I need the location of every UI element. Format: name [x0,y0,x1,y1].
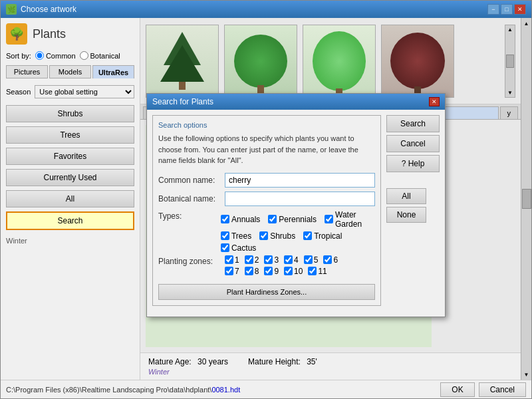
path-prefix: C:\Program Files (x86)\Realtime Landscap… [6,386,211,394]
thumb-scrollbar[interactable]: ▲ ▼ [505,25,515,98]
help-button[interactable]: ? Help [386,155,440,172]
zone-11[interactable]: 11 [308,267,327,276]
zone-8[interactable]: 8 [245,267,259,276]
dialog-cancel-button[interactable]: Cancel [386,135,440,152]
zone-7[interactable]: 7 [225,267,239,276]
cb-tropical[interactable]: Tropical [303,231,342,241]
zone-6[interactable]: 6 [323,255,338,265]
sort-botanical-radio[interactable] [80,51,88,60]
season-display: Winter [148,368,513,376]
sort-common-label[interactable]: Common [35,51,76,60]
cb-trees-label: Trees [231,231,251,241]
scroll-up-main[interactable]: ▲ [521,18,531,29]
search-dialog: Search for Plants ✕ Search options Use t… [146,93,446,317]
sidebar-btn-trees[interactable]: Trees [6,126,134,144]
sidebar-btn-all[interactable]: All [6,190,134,207]
sidebar-title: Plants [33,27,66,41]
sidebar-btn-search[interactable]: Search [6,211,134,230]
cb-shrubs-label: Shrubs [270,231,295,241]
dialog-main: Search options Use the following options… [152,115,381,311]
sort-label: Sort by: [6,52,31,60]
season-select[interactable]: Use global setting [35,85,134,98]
cb-water-garden-label: Water Garden [335,210,375,229]
common-name-label: Common name: [158,176,225,185]
scroll-down-arrow: ▼ [507,90,513,96]
cb-water-garden[interactable]: Water Garden [325,210,375,229]
cb-water-garden-input[interactable] [325,215,333,223]
sidebar-btn-favorites[interactable]: Favorites [6,148,134,165]
sidebar-btn-currently-used[interactable]: Currently Used [6,169,134,186]
main-scrollbar[interactable]: ▲ ▼ [521,18,531,380]
cb-cactus-input[interactable] [221,243,229,252]
cu-label: Winter [6,237,134,245]
plant-hardiness-button[interactable]: Plant Hardiness Zones... [158,284,375,300]
common-name-input[interactable] [225,173,375,188]
zone-2[interactable]: 2 [245,255,259,265]
dialog-close-button[interactable]: ✕ [429,97,440,106]
tab-pictures[interactable]: Pictures [6,65,48,78]
sort-botanical-text: Botanical [90,52,120,60]
scroll-up-arrow: ▲ [507,27,513,33]
sort-common-text: Common [46,52,76,60]
zone-5[interactable]: 5 [304,255,319,265]
sort-botanical-label[interactable]: Botanical [80,51,120,60]
cb-tropical-input[interactable] [303,231,312,240]
thumbnail-4[interactable] [381,25,454,98]
sidebar-header: 🌳 Plants [6,23,134,45]
tab-models[interactable]: Models [49,65,91,78]
scroll-down-main[interactable]: ▼ [521,369,531,380]
zone-10[interactable]: 10 [284,267,303,276]
mature-height-label: Mature Height: [248,357,301,366]
botanical-name-label: Botanical name: [158,194,225,203]
thumbnail-1[interactable] [146,25,219,98]
sidebar-btn-shrubs[interactable]: Shrubs [6,105,134,122]
cb-perennials-input[interactable] [268,215,277,223]
cb-trees-input[interactable] [221,231,229,240]
title-bar-left: 🌿 Choose artwork [6,4,76,15]
thumbnail-2[interactable] [224,25,297,98]
thumbnail-3[interactable] [303,25,376,98]
zone-9[interactable]: 9 [264,267,279,276]
mature-height-row: Mature Height: 35' [248,357,317,366]
cb-shrubs-input[interactable] [259,231,268,240]
mature-age-value: 30 years [198,357,228,366]
cb-annuals-input[interactable] [221,215,229,223]
dialog-side-buttons: Search Cancel ? Help All None [386,115,440,311]
cb-cactus[interactable]: Cactus [221,243,256,253]
common-name-row: Common name: [158,173,375,188]
search-button[interactable]: Search [386,115,440,132]
zone-3[interactable]: 3 [264,255,279,265]
types-row-2: Trees Shrubs Tropical [221,231,375,241]
minimize-button[interactable]: − [487,4,499,15]
botanical-name-input[interactable] [225,192,375,206]
mature-height-value: 35' [307,357,317,366]
maximize-button[interactable]: □ [501,4,513,15]
status-buttons: OK Cancel [440,382,526,397]
mature-age-row: Mature Age: 30 years [148,357,228,366]
cb-shrubs[interactable]: Shrubs [259,231,295,241]
cb-annuals-label: Annuals [231,215,260,224]
sort-common-radio[interactable] [35,51,44,60]
all-none-group: All None [386,188,440,223]
cb-annuals[interactable]: Annuals [221,210,260,229]
close-window-button[interactable]: ✕ [514,4,526,15]
thumbnail-scroll: ▲ ▼ [505,25,515,98]
round-tree-2 [234,35,287,88]
tab-ultrares[interactable]: UltraRes [92,65,134,78]
zone-4[interactable]: 4 [284,255,299,265]
none-button[interactable]: None [386,207,426,223]
tab-y[interactable]: y [500,106,519,119]
season-label: Season [6,88,31,96]
ok-button[interactable]: OK [440,382,474,397]
scroll-thumb [506,55,514,68]
scroll-thumb-main[interactable] [522,189,531,209]
tree-shape-1 [160,32,204,90]
types-row-1: Annuals Perennials Water Garden [221,210,375,229]
cb-trees[interactable]: Trees [221,231,251,241]
zone-1[interactable]: 1 [225,255,239,265]
tab-row: Pictures Models UltraRes [6,65,134,78]
group-legend: Search options [158,121,375,129]
cb-perennials[interactable]: Perennials [268,210,317,229]
cancel-button-status[interactable]: Cancel [479,382,526,397]
all-button[interactable]: All [386,188,426,204]
